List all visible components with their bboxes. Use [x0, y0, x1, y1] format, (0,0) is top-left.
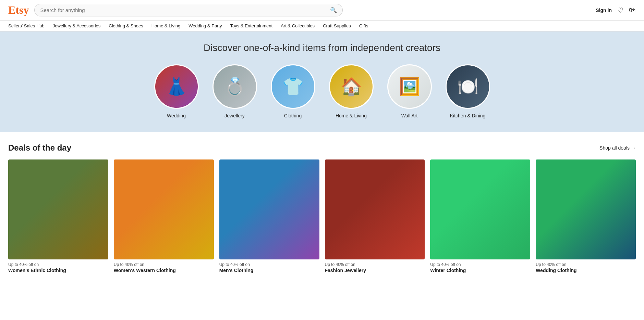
category-circle: 💍 [212, 64, 257, 109]
nav-item-toys---entertainment[interactable]: Toys & Entertainment [230, 23, 273, 28]
deal-name: Winter Clothing [430, 268, 530, 273]
category-label: Clothing [284, 113, 302, 118]
deal-name: Women's Ethnic Clothing [8, 268, 108, 273]
etsy-logo[interactable]: Etsy [8, 4, 29, 16]
deal-discount: Up to 40% off on [219, 262, 319, 267]
nav-item-craft-supplies[interactable]: Craft Supplies [323, 23, 351, 28]
deals-header: Deals of the day Shop all deals → [8, 143, 636, 153]
search-icon[interactable]: 🔍 [330, 7, 337, 13]
deal-discount: Up to 40% off on [536, 262, 636, 267]
hero-title: Discover one-of-a-kind items from indepe… [8, 42, 636, 53]
hero-banner: Discover one-of-a-kind items from indepe… [0, 31, 644, 132]
deal-card[interactable]: Up to 40% off onMen's Clothing [219, 159, 319, 273]
deal-name: Fashion Jewellery [325, 268, 425, 273]
nav-item-home---living[interactable]: Home & Living [151, 23, 181, 28]
deal-image [430, 159, 530, 259]
deal-image [219, 159, 319, 259]
deal-card[interactable]: Up to 40% off onFashion Jewellery [325, 159, 425, 273]
deal-name: Men's Clothing [219, 268, 319, 273]
nav-item-wedding---party[interactable]: Wedding & Party [189, 23, 222, 28]
category-item-clothing[interactable]: 👕Clothing [271, 64, 315, 118]
category-circle: 👕 [271, 64, 315, 109]
deal-image [114, 159, 214, 259]
deal-discount: Up to 40% off on [8, 262, 108, 267]
deal-card[interactable]: Up to 40% off onWomen's Western Clothing [114, 159, 214, 273]
category-item-home---living[interactable]: 🏠Home & Living [329, 64, 374, 118]
deal-discount: Up to 40% off on [325, 262, 425, 267]
deal-card[interactable]: Up to 40% off onWomen's Ethnic Clothing [8, 159, 108, 273]
cart-icon[interactable]: 🛍 [629, 6, 636, 14]
category-label: Jewellery [224, 113, 244, 118]
category-circle: 🏠 [329, 64, 374, 109]
category-label: Wedding [167, 113, 186, 118]
category-circle: 👗 [154, 64, 199, 109]
deal-card[interactable]: Up to 40% off onWinter Clothing [430, 159, 530, 273]
category-label: Home & Living [336, 113, 367, 118]
category-item-wall-art[interactable]: 🖼️Wall Art [387, 64, 432, 118]
shop-all-deals-link[interactable]: Shop all deals → [599, 145, 636, 151]
category-item-kitchen---dining[interactable]: 🍽️Kitchen & Dining [446, 64, 490, 118]
search-input[interactable] [40, 7, 330, 13]
nav-item-art---collectibles[interactable]: Art & Collectibles [281, 23, 315, 28]
deal-name: Wedding Clothing [536, 268, 636, 273]
header-actions: Sign in ♡ 🛍 [596, 6, 636, 14]
category-circle: 🍽️ [446, 64, 490, 109]
category-label: Kitchen & Dining [450, 113, 486, 118]
category-item-jewellery[interactable]: 💍Jewellery [212, 64, 257, 118]
category-item-wedding[interactable]: 👗Wedding [154, 64, 199, 118]
deals-grid: Up to 40% off onWomen's Ethnic ClothingU… [8, 159, 636, 273]
category-list: 👗Wedding💍Jewellery👕Clothing🏠Home & Livin… [8, 64, 636, 118]
category-label: Wall Art [401, 113, 418, 118]
nav-item-sellers--sales-hub[interactable]: Sellers' Sales Hub [8, 23, 45, 28]
sign-in-button[interactable]: Sign in [596, 8, 612, 13]
deals-section: Deals of the day Shop all deals → Up to … [0, 132, 644, 284]
deal-name: Women's Western Clothing [114, 268, 214, 273]
category-circle: 🖼️ [387, 64, 432, 109]
deal-image [325, 159, 425, 259]
header: Etsy 🔍 Sign in ♡ 🛍 [0, 0, 644, 21]
search-bar-container: 🔍 [34, 4, 343, 16]
deal-discount: Up to 40% off on [114, 262, 214, 267]
deal-image [536, 159, 636, 259]
deal-discount: Up to 40% off on [430, 262, 530, 267]
nav-item-clothing---shoes[interactable]: Clothing & Shoes [109, 23, 143, 28]
deal-image [8, 159, 108, 259]
nav-item-gifts[interactable]: Gifts [359, 23, 368, 28]
deal-card[interactable]: Up to 40% off onWedding Clothing [536, 159, 636, 273]
nav-item-jewellery---accessories[interactable]: Jewellery & Accessories [53, 23, 100, 28]
main-nav: Sellers' Sales HubJewellery & Accessorie… [0, 21, 644, 31]
deals-title: Deals of the day [8, 143, 71, 153]
wishlist-icon[interactable]: ♡ [617, 6, 623, 14]
